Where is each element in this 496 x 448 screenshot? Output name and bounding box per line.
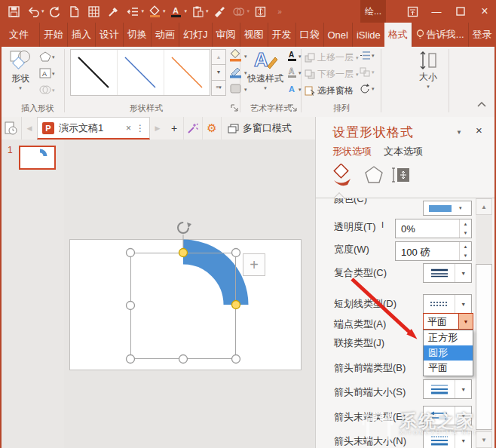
- compound-type-dropdown[interactable]: ▼: [423, 263, 472, 283]
- close-icon[interactable]: ×: [476, 3, 493, 20]
- rotate-objects-button[interactable]: ▾: [360, 84, 375, 94]
- fill-line-icon[interactable]: [331, 164, 354, 186]
- fill-color-icon[interactable]: [145, 2, 164, 20]
- undo-icon[interactable]: [24, 2, 42, 20]
- panel-scroll-down-icon[interactable]: ▼: [476, 431, 492, 448]
- format-painter-icon[interactable]: [210, 2, 228, 20]
- bring-forward-button[interactable]: 上移一层▾: [305, 50, 359, 65]
- rotate-handle-icon[interactable]: [178, 222, 191, 233]
- line-color-button[interactable]: ▾: [423, 201, 472, 216]
- tab-view[interactable]: 视图: [240, 23, 268, 47]
- tab-scroll-left-icon[interactable]: ◀: [22, 117, 37, 140]
- spin-down-icon[interactable]: ▼: [460, 229, 471, 238]
- adjust-handle-arc-end[interactable]: [232, 301, 240, 309]
- paste-icon[interactable]: [188, 2, 207, 20]
- drawing-tools-context-tab[interactable]: 绘...: [360, 0, 386, 23]
- close-tab-icon[interactable]: ×: [126, 123, 131, 133]
- selection-pane-button[interactable]: 选择窗格: [305, 83, 354, 98]
- tab-menu-icon[interactable]: ⋮: [136, 123, 145, 133]
- text-outline-button[interactable]: A▾: [286, 67, 302, 78]
- merge-shapes-icon[interactable]: [230, 2, 248, 20]
- ribbon-display-options-icon[interactable]: [404, 3, 421, 20]
- panel-close-icon[interactable]: ×: [476, 124, 482, 137]
- panel-options-icon[interactable]: ▼: [456, 129, 462, 136]
- eyedropper-icon[interactable]: [105, 2, 123, 20]
- tab-text-options[interactable]: 文本选项: [384, 145, 423, 158]
- style-option-orange-line[interactable]: [164, 50, 210, 95]
- collapse-ribbon-icon[interactable]: [476, 101, 487, 109]
- merge-shapes-button[interactable]: ▾: [39, 84, 55, 95]
- fit-to-window-icon[interactable]: [251, 2, 269, 20]
- shape-effects-button[interactable]: ▾: [229, 81, 247, 97]
- end-arrow-type-dropdown[interactable]: ▼: [423, 406, 472, 425]
- transparency-slider[interactable]: I: [381, 220, 384, 229]
- cap-type-combo[interactable]: 平面 ▼: [423, 313, 473, 330]
- minimize-icon[interactable]: —: [428, 3, 445, 20]
- resize-handle-top-left[interactable]: [127, 249, 135, 257]
- resize-handle-mid-left[interactable]: [127, 302, 135, 310]
- shape-outline-button[interactable]: ▾: [229, 65, 247, 80]
- style-option-black-line[interactable]: [71, 50, 118, 95]
- width-input[interactable]: 100 磅 ▲▼: [395, 241, 472, 261]
- option-square[interactable]: 正方形: [424, 330, 473, 345]
- shape-style-gallery[interactable]: [70, 49, 210, 96]
- resize-handle-top-right[interactable]: [232, 249, 240, 257]
- document-tab[interactable]: P 演示文稿1 × ⋮: [37, 117, 150, 140]
- align-left-icon[interactable]: [124, 2, 142, 20]
- tab-transitions[interactable]: 切换: [123, 23, 151, 47]
- text-fill-button[interactable]: A▾: [286, 51, 302, 62]
- settings-gear-icon[interactable]: ⚙: [203, 117, 222, 140]
- tab-scroll-right-icon[interactable]: ▶: [150, 117, 165, 140]
- group-objects-button[interactable]: ▾: [360, 67, 375, 77]
- undo-dropdown-icon[interactable]: ▾: [41, 8, 44, 14]
- effects-icon[interactable]: [364, 165, 384, 185]
- tab-design[interactable]: 设计: [95, 23, 123, 47]
- tab-insert[interactable]: 插入: [67, 23, 95, 47]
- fill-dropdown-icon[interactable]: ▾: [163, 8, 166, 14]
- combo-arrow-icon[interactable]: ▼: [458, 314, 473, 329]
- tab-islide[interactable]: iSlide: [352, 23, 384, 47]
- tab-shape-options[interactable]: 形状选项: [332, 145, 372, 158]
- dash-type-dropdown[interactable]: ▼: [423, 294, 472, 314]
- transparency-input[interactable]: 0% ▲▼: [395, 219, 472, 238]
- redo-icon[interactable]: [46, 2, 64, 20]
- wordart-dialog-launcher-icon[interactable]: [289, 104, 297, 112]
- tab-tell-me[interactable]: 告诉我...: [412, 23, 468, 47]
- resize-handle-bottom-left[interactable]: [127, 355, 135, 364]
- shape-fill-button[interactable]: ▾: [229, 48, 247, 63]
- resize-handle-bottom-right[interactable]: [232, 355, 240, 364]
- tab-format[interactable]: 格式: [384, 23, 412, 47]
- style-option-blue-line[interactable]: [118, 50, 164, 95]
- tab-file[interactable]: 文件: [0, 23, 39, 47]
- tab-login[interactable]: 登录: [468, 23, 496, 47]
- save-icon[interactable]: [5, 2, 23, 20]
- edit-shape-button[interactable]: ▾: [39, 51, 55, 62]
- new-tab-icon[interactable]: +: [165, 117, 184, 140]
- text-box-button[interactable]: A▾: [39, 68, 55, 78]
- tab-onekey[interactable]: Onel: [323, 23, 352, 47]
- tab-koudai[interactable]: 口袋: [295, 23, 323, 47]
- begin-arrow-size-dropdown[interactable]: ▼: [423, 379, 472, 399]
- option-round[interactable]: 圆形: [424, 345, 473, 361]
- option-flat[interactable]: 平面: [424, 361, 473, 376]
- resize-handle-bottom-center[interactable]: [179, 355, 188, 364]
- tab-slideshow[interactable]: 幻灯J: [179, 23, 212, 47]
- align-dropdown-icon[interactable]: ▾: [142, 8, 145, 14]
- slide-thumbnail[interactable]: [19, 146, 56, 170]
- font-color-icon[interactable]: A: [167, 2, 185, 20]
- slide-canvas[interactable]: +: [64, 140, 315, 448]
- align-objects-button[interactable]: ▾: [360, 51, 375, 60]
- spin-up-icon[interactable]: ▲: [460, 242, 471, 251]
- panel-scrollbar-thumb[interactable]: [476, 264, 492, 430]
- paste-dropdown-icon[interactable]: ▾: [206, 8, 209, 14]
- new-file-icon[interactable]: [66, 2, 84, 20]
- shape-styles-dialog-launcher-icon[interactable]: [231, 104, 238, 112]
- spin-down-icon[interactable]: ▼: [460, 251, 471, 260]
- adjust-handle-arc-start[interactable]: [179, 249, 188, 257]
- spin-up-icon[interactable]: ▲: [460, 219, 471, 229]
- gallery-up-icon[interactable]: ▲: [211, 49, 226, 65]
- size-button[interactable]: 大小 ▾: [410, 50, 446, 89]
- gallery-down-icon[interactable]: ▼: [211, 65, 226, 80]
- gallery-more-icon[interactable]: ≡▾: [211, 81, 226, 96]
- multi-window-mode-button[interactable]: 多窗口模式: [222, 117, 298, 140]
